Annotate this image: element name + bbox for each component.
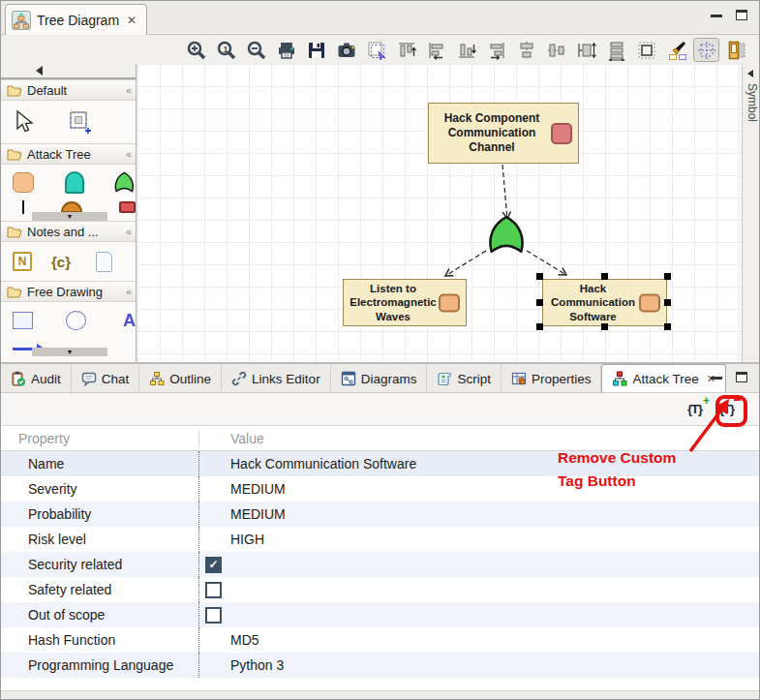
constraint-icon[interactable]: {c}: [51, 254, 71, 270]
document-icon[interactable]: [96, 252, 112, 272]
checkbox-unchecked[interactable]: [205, 582, 222, 598]
palette-section-free-drawing[interactable]: Free Drawing «: [1, 281, 136, 302]
tab-audit[interactable]: Audit: [1, 365, 72, 392]
selection-handle[interactable]: [536, 273, 543, 280]
format-painter-icon[interactable]: [663, 38, 689, 62]
zoom-out-icon[interactable]: [243, 38, 269, 62]
property-row[interactable]: Programming LanguagePython 3: [1, 653, 760, 678]
node-shape-icon[interactable]: [13, 172, 34, 193]
tab-links-editor[interactable]: Links Editor: [222, 365, 331, 392]
tab-chat[interactable]: Chat: [72, 365, 140, 392]
property-row[interactable]: Safety related: [1, 577, 760, 602]
property-value[interactable]: ✓: [199, 557, 760, 573]
property-row[interactable]: Security related✓: [1, 552, 760, 577]
collapse-chevrons-icon[interactable]: «: [126, 148, 130, 160]
minimize-icon[interactable]: [711, 375, 722, 380]
node-listen-to-electromagnetic-waves[interactable]: Listen to Electromagnetic Waves: [343, 279, 467, 326]
property-row[interactable]: Risk levelHIGH: [1, 527, 760, 552]
tab-tree-diagram[interactable]: Tree Diagram ✕: [5, 4, 147, 35]
tab-diagrams[interactable]: Diagrams: [331, 365, 428, 392]
property-row[interactable]: Out of scope: [1, 602, 760, 627]
ellipse-icon[interactable]: [66, 311, 86, 330]
tab-title: Tree Diagram: [37, 13, 119, 28]
palette-scroll-down[interactable]: ▼: [32, 212, 107, 221]
distribute-icon[interactable]: [603, 38, 629, 62]
property-row[interactable]: ProbabilityMEDIUM: [1, 502, 760, 527]
selection-handle[interactable]: [536, 299, 543, 306]
symbol-properties-icon[interactable]: [723, 38, 749, 62]
or-gate-shape[interactable]: [486, 214, 527, 255]
node-hack-communication-software[interactable]: Hack Communication Software: [542, 279, 667, 326]
palette-collapse-strip[interactable]: [1, 64, 136, 79]
minimize-icon[interactable]: [711, 13, 722, 17]
rectangle-icon[interactable]: [13, 312, 33, 329]
collapse-chevrons-icon[interactable]: «: [126, 226, 130, 237]
toggle-grid-icon[interactable]: [693, 38, 719, 62]
selection-handle[interactable]: [664, 323, 671, 330]
free-drawing-tools-row2: ▼: [1, 339, 136, 356]
property-value[interactable]: HIGH: [199, 532, 760, 547]
text-icon[interactable]: A: [123, 312, 136, 329]
center-horizontally-icon[interactable]: [513, 38, 539, 62]
align-bottom-icon[interactable]: [453, 38, 479, 62]
print-icon[interactable]: [273, 38, 299, 62]
property-value[interactable]: MD5: [199, 632, 760, 648]
symbol-panel-label: Symbol: [745, 83, 759, 122]
selection-handle[interactable]: [601, 273, 608, 280]
align-right-icon[interactable]: [483, 38, 509, 62]
property-value[interactable]: [199, 607, 760, 624]
collapse-chevrons-icon[interactable]: «: [126, 286, 130, 297]
center-vertically-icon[interactable]: [543, 38, 569, 62]
property-name: Severity: [1, 476, 199, 502]
maximize-icon[interactable]: [736, 10, 747, 20]
add-custom-tag-button[interactable]: {T}: [684, 399, 706, 419]
selection-handle[interactable]: [664, 299, 671, 306]
selection-handle[interactable]: [664, 273, 671, 280]
match-size-icon[interactable]: [573, 38, 599, 62]
marquee-zoom-icon[interactable]: [363, 38, 389, 62]
note-icon[interactable]: N: [13, 252, 32, 271]
palette-section-notes[interactable]: Notes and ... «: [1, 221, 136, 242]
save-icon[interactable]: [303, 38, 329, 62]
selection-handle[interactable]: [536, 323, 543, 330]
checkbox-unchecked[interactable]: [205, 607, 222, 624]
close-icon[interactable]: ✕: [127, 14, 137, 27]
screenshot-icon[interactable]: [333, 38, 359, 62]
marquee-add-icon[interactable]: [67, 109, 92, 135]
node-hack-component-communication-channel[interactable]: Hack Component Communication Channel: [428, 103, 579, 164]
column-header-value[interactable]: Value: [199, 431, 760, 446]
outline-icon: [149, 371, 165, 386]
zoom-in-icon[interactable]: [183, 38, 209, 62]
tab-attack-tree[interactable]: Attack Tree ✕: [601, 364, 726, 392]
palette-scroll-down[interactable]: ▼: [32, 348, 107, 356]
inhibit-gate-icon[interactable]: [119, 201, 136, 213]
select-cursor-icon[interactable]: [13, 109, 34, 135]
remove-custom-tag-button[interactable]: {T}: [715, 399, 738, 419]
symbol-panel-collapsed[interactable]: Symbol: [742, 64, 760, 362]
column-header-property[interactable]: Property: [1, 431, 199, 446]
zoom-original-icon[interactable]: 1: [213, 38, 239, 62]
property-row[interactable]: SeverityMEDIUM: [1, 476, 760, 502]
palette-section-default[interactable]: Default «: [1, 79, 136, 101]
or-gate-icon[interactable]: [113, 169, 136, 195]
audit-icon: [11, 371, 26, 386]
tab-outline[interactable]: Outline: [139, 365, 222, 392]
diagram-canvas[interactable]: Hack Component Communication Channel Lis…: [137, 64, 742, 362]
edge-line-icon[interactable]: [22, 200, 24, 214]
crop-view-icon[interactable]: [633, 38, 659, 62]
checkbox-checked[interactable]: ✓: [205, 557, 222, 573]
property-row[interactable]: Hash FunctionMD5: [1, 627, 760, 653]
property-value[interactable]: MEDIUM: [199, 481, 760, 497]
maximize-icon[interactable]: [736, 372, 747, 382]
collapse-chevrons-icon[interactable]: «: [126, 84, 130, 96]
palette-section-attack-tree[interactable]: Attack Tree «: [1, 143, 136, 165]
align-top-icon[interactable]: [393, 38, 419, 62]
tab-script[interactable]: Script: [427, 365, 502, 392]
property-value[interactable]: [199, 582, 760, 598]
property-value[interactable]: Python 3: [199, 657, 760, 673]
selection-handle[interactable]: [601, 323, 608, 330]
align-left-icon[interactable]: [423, 38, 449, 62]
property-value[interactable]: MEDIUM: [199, 506, 760, 522]
and-gate-icon[interactable]: [65, 171, 85, 194]
tab-properties[interactable]: Properties: [502, 365, 602, 392]
